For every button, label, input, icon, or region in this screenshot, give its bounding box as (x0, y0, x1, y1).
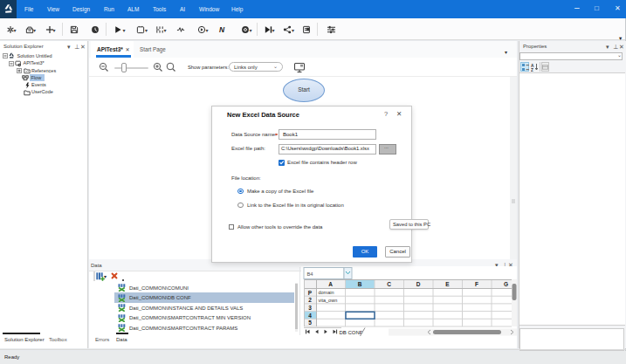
svg-text:3: 3 (308, 305, 312, 311)
svg-text:A: A (328, 281, 333, 287)
svg-text:Z: Z (531, 67, 533, 72)
svg-text:P: P (308, 290, 313, 296)
svg-text:DB CONF: DB CONF (340, 330, 363, 335)
svg-text:B4: B4 (307, 271, 314, 277)
svg-text:2: 2 (308, 297, 312, 303)
svg-text:5: 5 (308, 319, 312, 326)
svg-text:G: G (504, 281, 508, 287)
svg-text:4: 4 (308, 312, 312, 319)
svg-text:C: C (387, 281, 391, 287)
svg-text:B: B (358, 281, 362, 287)
svg-text:domain: domain (319, 290, 334, 295)
svg-text:E: E (445, 281, 450, 287)
svg-text:F: F (475, 281, 478, 287)
svg-text:vita_own: vita_own (319, 298, 338, 303)
svg-text:D: D (416, 281, 421, 287)
